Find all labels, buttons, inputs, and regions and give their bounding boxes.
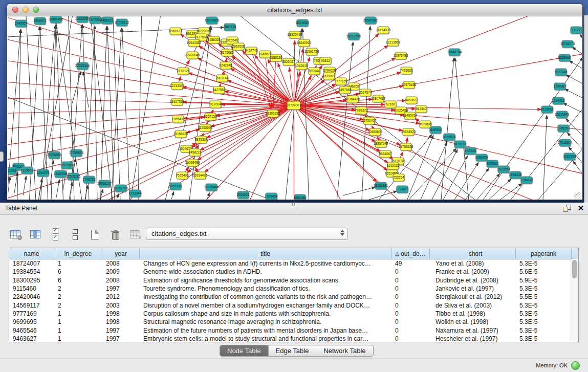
table-cell[interactable]: Wolkin et al. (1998) (430, 318, 516, 325)
table-cell[interactable]: Investigating the contribution of common… (140, 293, 391, 300)
table-cell[interactable]: 0 (391, 277, 430, 284)
table-cell[interactable]: 2003 (102, 302, 140, 309)
memory-ok-indicator[interactable] (571, 361, 580, 370)
table-cell[interactable]: 0 (391, 285, 430, 292)
column-header-in-degree[interactable]: in_degree (54, 248, 102, 259)
table-cell[interactable]: 18724007 (9, 260, 54, 267)
table-cell[interactable]: Tourette syndrome. Phenomenology and cla… (140, 285, 391, 292)
table-cell[interactable]: 5.6E-5 (516, 268, 572, 275)
table-cell[interactable]: de Silva et al. (2003) (430, 302, 516, 309)
table-cell[interactable]: 2 (54, 302, 102, 309)
table-cell[interactable]: Estimation of the future numbers of pati… (140, 327, 391, 334)
table-cell[interactable]: 22420046 (9, 293, 54, 300)
panel-edge-tab[interactable] (0, 151, 4, 162)
table-row[interactable]: 2242004622012Investigating the contribut… (9, 293, 578, 301)
column-header-title[interactable]: title (140, 248, 391, 259)
table-cell[interactable]: 1 (54, 260, 102, 267)
table-cell[interactable]: 9463627 (9, 335, 54, 342)
table-cell[interactable]: 2009 (102, 268, 140, 275)
tab-node-table[interactable]: Node Table (220, 345, 268, 356)
table-row[interactable]: 911546021997Tourette syndrome. Phenomeno… (9, 285, 578, 293)
table-cell[interactable]: Jankovic et al. (1997) (430, 285, 516, 292)
table-cell[interactable]: Structural magnetic resonance image aver… (140, 318, 391, 325)
table-cell[interactable]: 0 (391, 310, 430, 317)
close-panel-icon[interactable]: ✕ (577, 204, 585, 213)
table-cell[interactable]: 0 (391, 268, 430, 275)
table-row[interactable]: 1872400712008Changes of HCN gene express… (9, 259, 578, 268)
table-cell[interactable]: 5.3E-5 (516, 285, 572, 292)
window-titlebar[interactable]: citations_edges.txt (7, 4, 582, 16)
table-cell[interactable]: 2012 (102, 293, 140, 300)
window-resize-grip[interactable] (574, 192, 581, 199)
network-view-window[interactable]: citations_edges.txt 89601238912954182260… (7, 4, 583, 200)
table-cell[interactable]: 1998 (102, 310, 140, 317)
table-cell[interactable]: 2 (54, 285, 102, 292)
table-cell[interactable]: 5.3E-5 (516, 302, 572, 309)
network-canvas[interactable]: 8960123891295418226058912750816543382818… (8, 16, 582, 200)
table-cell[interactable]: 2 (54, 293, 102, 300)
table-row[interactable]: 969969511998Structural magnetic resonanc… (9, 318, 578, 326)
table-cell[interactable]: 1 (54, 318, 102, 325)
table-cell[interactable]: 2008 (102, 277, 140, 284)
table-cell[interactable]: 1997 (102, 285, 140, 292)
scrollbar-thumb[interactable] (572, 260, 577, 278)
table-cell[interactable]: 18300295 (9, 277, 54, 284)
graph-svg[interactable]: 8960123891295418226058912750816543382818… (8, 16, 582, 200)
table-cell[interactable]: 14569117 (9, 302, 54, 309)
table-cell[interactable]: 1998 (102, 318, 140, 325)
table-cell[interactable]: Yano et al. (2008) (430, 260, 516, 267)
table-options-button[interactable] (8, 227, 23, 242)
table-scrollbar[interactable] (571, 259, 578, 342)
table-row[interactable]: 1456911722003Disruption of a novel membe… (9, 301, 578, 309)
tab-network-table[interactable]: Network Table (316, 345, 373, 356)
table-cell[interactable]: 0 (391, 302, 430, 309)
table-cell[interactable]: 1997 (102, 327, 140, 334)
select-all-columns-button[interactable] (48, 227, 62, 242)
table-cell[interactable]: 1 (54, 327, 102, 334)
table-cell[interactable]: 9699695 (9, 318, 54, 325)
table-cell[interactable]: 5.3E-5 (516, 327, 572, 334)
table-row[interactable]: 946362711997Embryonic stem cells: a mode… (9, 335, 578, 343)
table-cell[interactable]: 6 (54, 277, 102, 284)
table-cell[interactable]: 0 (391, 293, 430, 300)
table-cell[interactable]: 1 (54, 310, 102, 317)
table-row[interactable]: 1830029562008Estimation of significance … (9, 276, 578, 285)
table-cell[interactable]: 9777169 (9, 310, 54, 317)
table-cell[interactable]: 0 (391, 327, 430, 334)
new-column-button[interactable] (88, 227, 102, 242)
table-cell[interactable]: 5.3E-5 (516, 335, 572, 342)
table-cell[interactable]: 49 (391, 260, 430, 267)
column-header-name[interactable]: name (9, 248, 54, 259)
table-cell[interactable]: 5.9E-5 (516, 277, 572, 284)
table-cell[interactable]: Nakamura et al. (1997) (430, 327, 516, 334)
table-cell[interactable]: Stergiakouli et al. (2012) (430, 293, 516, 300)
table-cell[interactable]: Dudbridge et al. (2008) (430, 277, 516, 284)
table-cell[interactable]: 9115460 (9, 285, 54, 292)
table-cell[interactable]: Tibbo et al. (1998) (430, 310, 516, 317)
table-cell[interactable]: 19384554 (9, 268, 54, 275)
table-row[interactable]: 977716911998Corpus callosum shape and si… (9, 310, 578, 318)
show-columns-button[interactable] (28, 227, 42, 242)
column-header-year[interactable]: year (102, 248, 140, 259)
column-header-out-degree[interactable]: △out_de… (391, 248, 430, 259)
table-cell[interactable]: Estimation of significance thresholds fo… (140, 277, 391, 284)
table-cell[interactable]: 1 (54, 335, 102, 342)
table-cell[interactable]: 6 (54, 268, 102, 275)
table-cell[interactable]: Embryonic stem cells: a model to study s… (140, 335, 391, 342)
splitpane-handle[interactable] (292, 203, 296, 206)
table-cell[interactable]: Corpus callosum shape and size in male p… (140, 310, 391, 317)
column-header-short[interactable]: short (430, 248, 516, 259)
tab-edge-table[interactable]: Edge Table (268, 345, 316, 356)
table-cell[interactable]: Changes of HCN gene expression and I(f) … (140, 260, 391, 267)
table-cell[interactable]: Disruption of a novel member of a sodium… (140, 302, 391, 309)
table-cell[interactable]: 5.5E-5 (516, 293, 572, 300)
column-header-pagerank[interactable]: pagerank (516, 248, 572, 259)
table-cell[interactable]: 5.3E-5 (516, 260, 572, 267)
table-cell[interactable]: 0 (391, 335, 430, 342)
table-cell[interactable]: Hescheler et al. (1997) (430, 335, 516, 342)
table-source-dropdown[interactable]: citations_edges.txt (146, 228, 348, 240)
table-cell[interactable]: 2008 (102, 260, 140, 267)
table-cell[interactable]: Genome-wide association studies in ADHD. (140, 268, 391, 275)
table-cell[interactable]: 0 (391, 318, 430, 325)
unselect-columns-button[interactable] (68, 227, 82, 242)
